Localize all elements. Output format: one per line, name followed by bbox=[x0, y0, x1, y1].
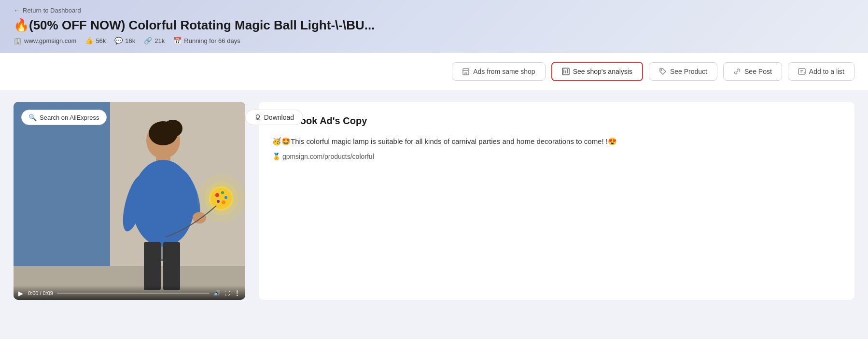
see-product-label: See Product bbox=[670, 68, 707, 75]
ad-copy-title: Facebook Ad's Copy bbox=[272, 115, 841, 127]
product-tag-icon bbox=[659, 68, 667, 75]
meta-shares: 🔗 21k bbox=[144, 37, 165, 44]
video-controls: ▶ 0:00 / 0:09 🔊 ⛶ ⋮ bbox=[14, 285, 245, 300]
add-to-list-label: Add to a list bbox=[809, 68, 844, 75]
svg-rect-28 bbox=[144, 242, 161, 290]
meta-likes: 👍 56k bbox=[85, 37, 106, 44]
back-arrow-icon: ← bbox=[14, 7, 20, 14]
share-icon: 🔗 bbox=[144, 37, 152, 44]
video-container[interactable]: ▶ 0:00 / 0:09 🔊 ⛶ ⋮ bbox=[14, 102, 245, 300]
video-frame-svg bbox=[14, 102, 245, 300]
comments-count: 16k bbox=[125, 37, 135, 44]
main-content: 🔍 Search on AliExpress Download bbox=[0, 90, 868, 311]
thumbup-icon: 👍 bbox=[85, 37, 93, 44]
progress-bar[interactable] bbox=[57, 293, 210, 294]
back-link-label: Return to Dashboard bbox=[23, 7, 81, 14]
ads-same-shop-label: Ads from same shop bbox=[473, 68, 535, 75]
back-link[interactable]: ← Return to Dashboard bbox=[14, 7, 854, 14]
svg-point-35 bbox=[221, 191, 224, 194]
meta-running: 📅 Running for 66 days bbox=[173, 37, 240, 44]
download-label: Download bbox=[264, 113, 294, 121]
svg-point-5 bbox=[661, 70, 662, 71]
see-shop-analysis-label: See shop's analysis bbox=[573, 68, 632, 75]
svg-rect-29 bbox=[163, 242, 180, 290]
analysis-icon bbox=[562, 68, 570, 75]
shop-icon bbox=[462, 68, 470, 75]
likes-count: 56k bbox=[96, 37, 106, 44]
see-shop-analysis-button[interactable]: See shop's analysis bbox=[551, 62, 643, 81]
time-display: 0:00 / 0:09 bbox=[28, 290, 53, 296]
ad-copy-text: 🥳🤩This colorful magic lamp is suitable f… bbox=[272, 135, 841, 148]
see-post-button[interactable]: See Post bbox=[723, 62, 782, 81]
download-button[interactable]: Download bbox=[245, 110, 303, 125]
search-red-icon: 🔍 bbox=[28, 113, 37, 121]
download-icon bbox=[254, 114, 261, 121]
list-add-icon bbox=[798, 68, 806, 75]
shares-count: 21k bbox=[154, 37, 165, 44]
link-icon bbox=[733, 68, 741, 75]
ads-same-shop-button[interactable]: Ads from same shop bbox=[452, 62, 545, 81]
search-aliexpress-label: Search on AliExpress bbox=[40, 114, 99, 121]
action-bar: Ads from same shop See shop's analysis S… bbox=[0, 53, 868, 90]
svg-point-38 bbox=[217, 200, 220, 203]
meta-row: 🏢 www.gpmsign.com 👍 56k 💬 16k 🔗 21k 📅 Ru… bbox=[14, 37, 854, 44]
fullscreen-button[interactable]: ⛶ bbox=[224, 290, 230, 296]
svg-point-11 bbox=[256, 115, 259, 118]
controls-right: 🔊 ⛶ ⋮ bbox=[213, 289, 240, 297]
see-product-button[interactable]: See Product bbox=[649, 62, 717, 81]
svg-point-36 bbox=[224, 196, 227, 199]
search-aliexpress-button[interactable]: 🔍 Search on AliExpress bbox=[21, 110, 107, 125]
page-title: 🔥(50% OFF NOW) Colorful Rotating Magic B… bbox=[14, 18, 854, 33]
running-text: Running for 66 days bbox=[184, 37, 240, 44]
add-to-list-button[interactable]: Add to a list bbox=[788, 62, 854, 81]
more-options-button[interactable]: ⋮ bbox=[234, 289, 240, 297]
comment-icon: 💬 bbox=[114, 37, 123, 44]
ad-copy-url: 🏅 gpmsign.com/products/colorful bbox=[272, 153, 841, 160]
play-button[interactable]: ▶ bbox=[18, 290, 23, 297]
header-area: ← Return to Dashboard 🔥(50% OFF NOW) Col… bbox=[0, 0, 868, 53]
video-thumbnail bbox=[14, 102, 245, 300]
svg-point-34 bbox=[215, 193, 219, 197]
see-post-label: See Post bbox=[744, 68, 772, 75]
ad-copy-section: Facebook Ad's Copy 🥳🤩This colorful magic… bbox=[259, 102, 854, 300]
building-icon: 🏢 bbox=[14, 37, 22, 44]
svg-point-22 bbox=[149, 121, 178, 145]
meta-domain: 🏢 www.gpmsign.com bbox=[14, 37, 76, 44]
video-section: 🔍 Search on AliExpress Download bbox=[14, 102, 245, 300]
volume-button[interactable]: 🔊 bbox=[213, 290, 221, 297]
svg-rect-6 bbox=[798, 69, 805, 74]
meta-comments: 💬 16k bbox=[114, 37, 135, 44]
calendar-icon: 📅 bbox=[173, 37, 182, 44]
domain-text: www.gpmsign.com bbox=[24, 37, 76, 44]
svg-point-37 bbox=[222, 200, 225, 204]
